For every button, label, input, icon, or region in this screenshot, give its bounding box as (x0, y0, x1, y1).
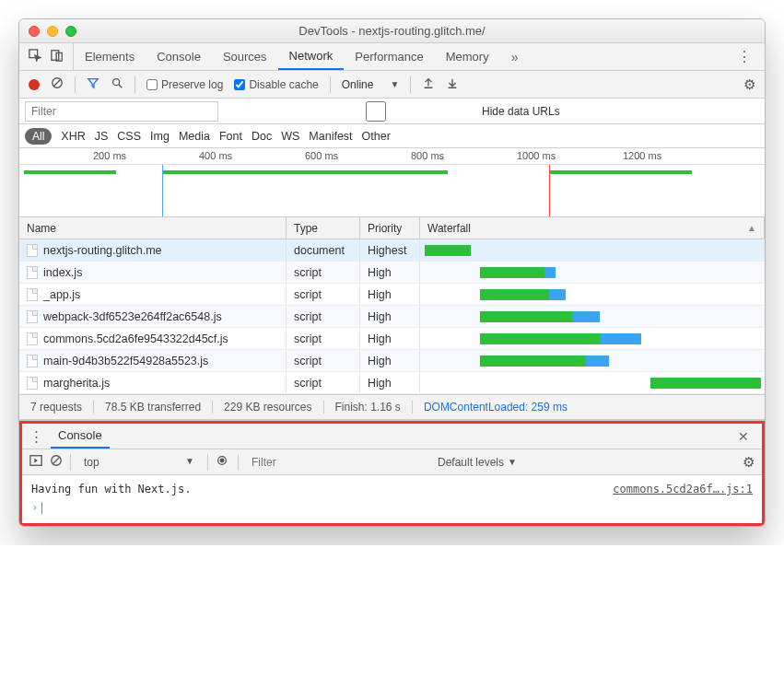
file-icon (27, 266, 38, 279)
svg-point-4 (113, 79, 120, 86)
more-tabs-icon[interactable]: » (504, 50, 526, 64)
status-domcontentloaded: DOMContentLoaded: 259 ms (413, 401, 579, 414)
filter-font[interactable]: Font (219, 130, 242, 143)
status-finish: Finish: 1.16 s (324, 401, 413, 414)
console-message[interactable]: Having fun with Next.js. commons.5cd2a6f… (31, 481, 753, 497)
log-levels-select[interactable]: Default levels▼ (438, 456, 517, 469)
file-icon (27, 244, 38, 257)
svg-rect-1 (52, 51, 59, 61)
console-source-link[interactable]: commons.5cd2a6f….js:1 (613, 483, 753, 495)
throttling-select[interactable]: Online▼ (342, 78, 400, 91)
filter-doc[interactable]: Doc (252, 130, 272, 143)
filter-manifest[interactable]: Manifest (309, 130, 352, 143)
tab-network[interactable]: Network (278, 43, 345, 70)
file-icon (27, 288, 38, 301)
filter-img[interactable]: Img (150, 130, 170, 143)
table-row[interactable]: margherita.js script High (19, 372, 765, 394)
table-row[interactable]: webpack-3df6523e264ff2ac6548.js script H… (19, 306, 765, 328)
console-drawer: ⋮ Console ✕ top▼ Default levels▼ ⚙ (19, 420, 765, 526)
inspect-icon[interactable] (29, 49, 41, 64)
status-resources: 229 KB resources (213, 401, 323, 414)
console-toolbar: top▼ Default levels▼ ⚙ (22, 449, 762, 475)
search-icon[interactable] (111, 76, 123, 92)
disable-cache-checkbox[interactable]: Disable cache (234, 78, 318, 91)
context-select[interactable]: top▼ (78, 456, 200, 469)
window-title: DevTools - nextjs-routing.glitch.me/ (19, 24, 765, 38)
console-prompt[interactable]: › (31, 501, 753, 514)
device-toolbar-icon[interactable] (51, 49, 64, 64)
file-icon (27, 310, 38, 323)
devtools-window: DevTools - nextjs-routing.glitch.me/ Ele… (18, 18, 766, 527)
header-name[interactable]: Name (19, 217, 287, 239)
drawer-tab-console[interactable]: Console (51, 424, 110, 449)
console-settings-icon[interactable]: ⚙ (743, 454, 755, 471)
settings-menu-icon[interactable]: ⋮ (724, 48, 765, 65)
tab-performance[interactable]: Performance (344, 43, 434, 70)
file-icon (27, 332, 38, 345)
status-transferred: 78.5 KB transferred (94, 401, 213, 414)
upload-har-icon[interactable] (422, 76, 435, 92)
filter-css[interactable]: CSS (117, 130, 141, 143)
type-filters: All XHR JS CSS Img Media Font Doc WS Man… (19, 124, 765, 148)
table-row[interactable]: index.js script High (19, 262, 765, 284)
filter-bar: Hide data URLs (19, 99, 765, 124)
download-har-icon[interactable] (446, 76, 459, 92)
clear-icon[interactable] (51, 76, 64, 92)
titlebar: DevTools - nextjs-routing.glitch.me/ (19, 19, 765, 43)
console-output: Having fun with Next.js. commons.5cd2a6f… (22, 475, 762, 523)
drawer-tabs: ⋮ Console ✕ (22, 424, 762, 449)
header-type[interactable]: Type (287, 217, 360, 239)
status-requests: 7 requests (30, 401, 94, 414)
table-header: Name Type Priority Waterfall▲ (19, 217, 765, 239)
status-bar: 7 requests 78.5 KB transferred 229 KB re… (19, 394, 765, 420)
table-row[interactable]: _app.js script High (19, 284, 765, 306)
sort-arrow-icon: ▲ (747, 223, 756, 233)
table-row[interactable]: commons.5cd2a6fe9543322d45cf.js script H… (19, 328, 765, 350)
filter-other[interactable]: Other (362, 130, 391, 143)
timeline-overview[interactable]: 200 ms 400 ms 600 ms 800 ms 1000 ms 1200… (19, 148, 765, 217)
main-tabs: Elements Console Sources Network Perform… (19, 43, 765, 71)
filter-js[interactable]: JS (95, 130, 109, 143)
filter-all[interactable]: All (25, 128, 52, 145)
filter-ws[interactable]: WS (281, 130, 299, 143)
file-icon (27, 377, 38, 390)
console-sidebar-toggle-icon[interactable] (29, 454, 42, 470)
drawer-close-icon[interactable]: ✕ (732, 429, 755, 444)
console-filter-input[interactable] (246, 456, 320, 469)
tab-memory[interactable]: Memory (435, 43, 500, 70)
clear-console-icon[interactable] (50, 454, 63, 470)
header-priority[interactable]: Priority (360, 217, 420, 239)
requests-table: Name Type Priority Waterfall▲ nextjs-rou… (19, 217, 765, 394)
filter-toggle-icon[interactable] (87, 76, 99, 92)
filter-xhr[interactable]: XHR (61, 130, 85, 143)
header-waterfall[interactable]: Waterfall▲ (420, 217, 765, 239)
filter-input[interactable] (25, 101, 218, 122)
drawer-menu-icon[interactable]: ⋮ (29, 428, 43, 445)
tab-sources[interactable]: Sources (212, 43, 278, 70)
tab-elements[interactable]: Elements (74, 43, 146, 70)
file-icon (27, 355, 38, 367)
record-button[interactable] (29, 79, 40, 90)
network-settings-icon[interactable]: ⚙ (743, 76, 755, 93)
table-row[interactable]: nextjs-routing.glitch.me document Highes… (19, 239, 765, 262)
svg-point-8 (220, 459, 224, 462)
hide-data-urls-checkbox[interactable]: Hide data URLs (274, 101, 560, 122)
network-toolbar: Preserve log Disable cache Online▼ ⚙ (19, 71, 765, 99)
live-expression-icon[interactable] (216, 454, 228, 470)
tab-console[interactable]: Console (146, 43, 212, 70)
table-row[interactable]: main-9d4b3b522f54928a5523.js script High (19, 350, 765, 372)
filter-media[interactable]: Media (179, 130, 210, 143)
preserve-log-checkbox[interactable]: Preserve log (146, 78, 223, 91)
